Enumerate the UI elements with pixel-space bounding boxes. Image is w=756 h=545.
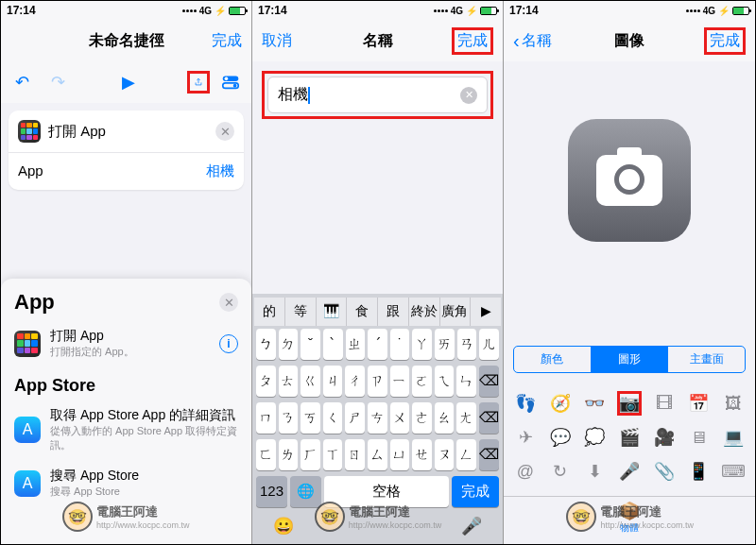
key-space[interactable]: 空格	[324, 476, 449, 507]
monitor-icon[interactable]: 🖥	[686, 425, 711, 450]
info-icon[interactable]: i	[219, 334, 238, 353]
name-input[interactable]: 相機 ✕	[267, 77, 488, 113]
key[interactable]: ㄈ	[256, 439, 276, 470]
suggestion[interactable]: 跟	[378, 298, 409, 326]
camera-icon[interactable]: 📷	[617, 391, 642, 416]
key[interactable]: ㄔ	[345, 366, 365, 397]
at-icon[interactable]: @	[513, 459, 538, 484]
key[interactable]: ㄆ	[256, 366, 276, 397]
key[interactable]: ㄘ	[368, 402, 387, 434]
film-roll-icon[interactable]: 🎬	[617, 425, 642, 450]
done-button[interactable]: 完成	[704, 27, 746, 55]
key-globe[interactable]: 🌐	[290, 476, 321, 507]
emoji-icon[interactable]: 😀	[273, 516, 294, 536]
key[interactable]: ㄩ	[390, 439, 410, 470]
remove-action-button[interactable]: ✕	[215, 122, 234, 141]
key[interactable]: ㄠ	[435, 402, 455, 434]
key[interactable]: ㄛ	[412, 366, 432, 397]
key[interactable]: ㄋ	[279, 402, 299, 434]
play-icon[interactable]: ▶	[117, 71, 140, 94]
video-icon[interactable]: 🎥	[652, 425, 677, 450]
footprints-icon[interactable]: 👣	[513, 391, 538, 416]
key[interactable]: ㄏ	[301, 439, 320, 470]
key[interactable]: ㄧ	[390, 366, 410, 397]
key[interactable]: ㄣ	[456, 366, 476, 397]
key[interactable]: ㄍ	[301, 366, 320, 397]
undo-icon[interactable]: ↶	[10, 71, 33, 94]
suggestion[interactable]: ▶	[471, 298, 501, 326]
calendar-icon[interactable]: 📅	[686, 391, 711, 416]
key[interactable]: ㄊ	[279, 366, 299, 397]
key-backspace[interactable]: ⌫	[479, 439, 499, 470]
download-icon[interactable]: ⬇	[582, 459, 607, 484]
tab-objects[interactable]: 📦 物體	[619, 501, 640, 535]
key[interactable]: ㄞ	[435, 329, 455, 360]
key[interactable]: ㄅ	[256, 329, 276, 360]
key[interactable]: ㄐ	[323, 366, 343, 397]
key[interactable]: ㄢ	[457, 329, 477, 360]
key[interactable]: ㄝ	[412, 439, 432, 470]
key[interactable]: ㄎ	[301, 402, 320, 434]
key-backspace[interactable]: ⌫	[479, 402, 499, 434]
suggestion[interactable]: 食	[347, 298, 378, 326]
mic-icon[interactable]: 🎤	[461, 516, 482, 536]
film-icon[interactable]: 🎞	[652, 391, 677, 416]
chat-icon[interactable]: 💭	[582, 425, 607, 450]
suggestion[interactable]: 的	[254, 298, 285, 326]
action-open-app[interactable]: 打開 App 打開指定的 App。 i	[1, 320, 251, 366]
suggestion[interactable]: 🎹	[317, 298, 348, 326]
key[interactable]: ㄌ	[279, 439, 299, 470]
key[interactable]: ㄇ	[256, 402, 276, 434]
suggestion[interactable]: 等	[285, 298, 317, 326]
app-param-row[interactable]: App 相機	[9, 152, 244, 190]
action-get-appstore-details[interactable]: A 取得 App Store App 的詳細資訊 從傳入動作的 App Stor…	[1, 400, 251, 460]
speech-icon[interactable]: 💬	[548, 425, 573, 450]
compass-icon[interactable]: 🧭	[548, 391, 573, 416]
key-done[interactable]: 完成	[452, 476, 499, 507]
key-123[interactable]: 123	[256, 476, 287, 507]
key[interactable]: ㄜ	[412, 402, 432, 434]
done-button[interactable]: 完成	[212, 31, 242, 51]
key[interactable]: ㄙ	[368, 439, 387, 470]
key[interactable]: ˋ	[323, 329, 343, 360]
key[interactable]: ˇ	[301, 329, 320, 360]
reload-icon[interactable]: ↻	[548, 459, 573, 484]
image-icon[interactable]: 🖼	[721, 391, 746, 416]
suggestion[interactable]: 廣角	[440, 298, 472, 326]
key[interactable]: ㄤ	[456, 402, 476, 434]
cancel-button[interactable]: 取消	[262, 31, 292, 51]
drawer-close-button[interactable]: ✕	[219, 293, 238, 312]
key[interactable]: ㄉ	[279, 329, 299, 360]
key[interactable]: ㄗ	[368, 366, 387, 397]
segment-color[interactable]: 顏色	[514, 347, 591, 372]
key-backspace[interactable]: ⌫	[479, 366, 499, 397]
done-button[interactable]: 完成	[452, 27, 493, 55]
key[interactable]: ˙	[390, 329, 410, 360]
key[interactable]: ㄨ	[390, 402, 410, 434]
paperclip-icon[interactable]: 📎	[652, 459, 677, 484]
key[interactable]: ㄒ	[323, 439, 343, 470]
action-search-appstore[interactable]: A 搜尋 App Store 搜尋 App Store	[1, 460, 251, 506]
key[interactable]: ㄦ	[479, 329, 499, 360]
key[interactable]: ㄡ	[435, 439, 455, 470]
key[interactable]: ㄥ	[456, 439, 476, 470]
segment-home[interactable]: 主畫面	[667, 347, 745, 372]
phone-icon[interactable]: 📱	[686, 459, 711, 484]
segment-glyph[interactable]: 圖形	[591, 347, 668, 372]
key[interactable]: ㄟ	[435, 366, 455, 397]
settings-toggle-icon[interactable]	[219, 71, 242, 94]
share-icon[interactable]	[187, 71, 210, 94]
mic-icon[interactable]: 🎤	[617, 459, 642, 484]
keyboard-icon[interactable]: ⌨	[721, 459, 746, 484]
key[interactable]: ㄑ	[323, 402, 343, 434]
paper-plane-icon[interactable]: ✈	[513, 425, 538, 450]
laptop-icon[interactable]: 💻	[721, 425, 746, 450]
binoculars-icon[interactable]: 👓	[582, 391, 607, 416]
back-button[interactable]: ‹名稱	[513, 31, 552, 51]
clear-input-button[interactable]: ✕	[460, 87, 477, 104]
key[interactable]: ㄚ	[412, 329, 432, 360]
key[interactable]: ㄕ	[345, 402, 365, 434]
key[interactable]: ㄓ	[346, 329, 366, 360]
key[interactable]: ˊ	[368, 329, 387, 360]
suggestion[interactable]: 終於	[409, 298, 440, 326]
